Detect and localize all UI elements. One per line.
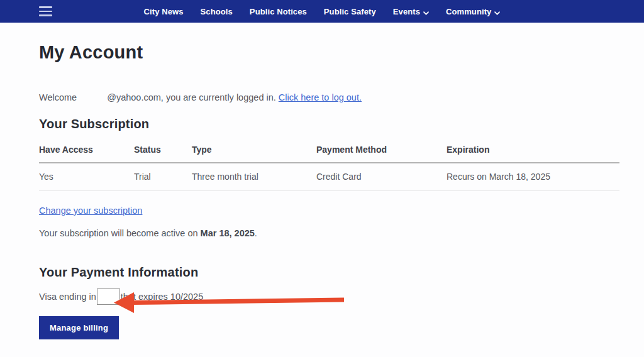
col-header-status: Status bbox=[134, 141, 192, 163]
card-suffix-text: that expires 10/2025 bbox=[121, 292, 203, 302]
nav-item-label: Events bbox=[393, 7, 420, 16]
cell-payment-method: Credit Card bbox=[316, 163, 447, 191]
col-header-payment-method: Payment Method bbox=[316, 141, 447, 163]
col-header-have-access: Have Access bbox=[39, 141, 134, 163]
nav-item-public-notices[interactable]: Public Notices bbox=[250, 7, 307, 16]
cell-type: Three month trial bbox=[192, 163, 316, 191]
subscription-active-note: Your subscription will become active on … bbox=[39, 228, 619, 238]
welcome-email-suffix: @yahoo.com, you are currently logged in. bbox=[107, 92, 279, 102]
nav-item-label: Community bbox=[446, 7, 491, 16]
change-subscription-row: Change your subscription bbox=[39, 206, 619, 216]
menu-icon[interactable] bbox=[39, 6, 52, 17]
active-note-period: . bbox=[255, 228, 257, 238]
manage-billing-button[interactable]: Manage billing bbox=[39, 316, 119, 339]
redacted-card-digits bbox=[97, 288, 120, 305]
welcome-line: Welcome@yahoo.com, you are currently log… bbox=[39, 92, 619, 102]
payment-heading: Your Payment Information bbox=[39, 265, 619, 280]
logout-link[interactable]: Click here to log out. bbox=[279, 92, 362, 102]
col-header-type: Type bbox=[192, 141, 316, 163]
nav-item-events[interactable]: Events bbox=[393, 6, 429, 17]
cell-expiration: Recurs on March 18, 2025 bbox=[447, 163, 619, 191]
cell-have-access: Yes bbox=[39, 163, 134, 191]
col-header-expiration: Expiration bbox=[447, 141, 619, 163]
table-row: Yes Trial Three month trial Credit Card … bbox=[39, 163, 619, 191]
chevron-down-icon bbox=[494, 8, 500, 17]
subscription-table: Have Access Status Type Payment Method E… bbox=[39, 141, 619, 191]
active-note-text: Your subscription will become active on bbox=[39, 228, 201, 238]
nav-item-city-news[interactable]: City News bbox=[144, 7, 184, 16]
change-subscription-link[interactable]: Change your subscription bbox=[39, 206, 142, 216]
menu-icon-bar bbox=[39, 11, 52, 13]
nav-menu: City News Schools Public Notices Public … bbox=[144, 6, 501, 17]
cell-status: Trial bbox=[134, 163, 192, 191]
table-header-row: Have Access Status Type Payment Method E… bbox=[39, 141, 619, 163]
menu-icon-bar bbox=[39, 6, 52, 8]
card-info-line: Visa ending inthat expires 10/2025 bbox=[39, 288, 619, 305]
card-prefix-text: Visa ending in bbox=[39, 292, 96, 302]
top-nav: City News Schools Public Notices Public … bbox=[0, 0, 644, 23]
menu-icon-bar bbox=[39, 14, 52, 16]
nav-item-community[interactable]: Community bbox=[446, 6, 500, 17]
welcome-text: Welcome bbox=[39, 92, 77, 102]
nav-item-public-safety[interactable]: Public Safety bbox=[324, 7, 376, 16]
nav-item-schools[interactable]: Schools bbox=[201, 7, 233, 16]
account-page-content: My Account Welcome@yahoo.com, you are cu… bbox=[0, 42, 644, 357]
subscription-heading: Your Subscription bbox=[39, 117, 619, 131]
chevron-down-icon bbox=[423, 8, 429, 17]
active-date: Mar 18, 2025 bbox=[201, 228, 255, 238]
page-title: My Account bbox=[39, 42, 619, 63]
